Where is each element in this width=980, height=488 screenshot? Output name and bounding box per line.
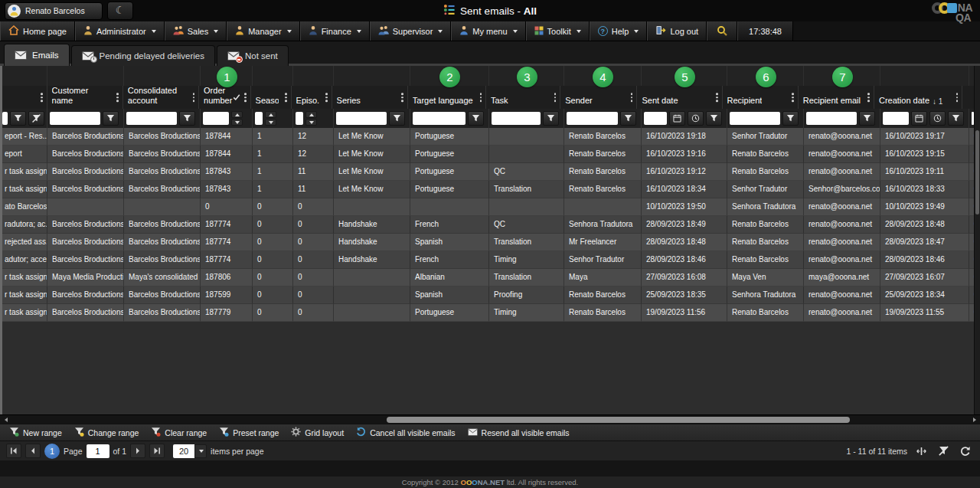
column-header-account[interactable]: Consolidated account [123, 86, 199, 109]
spinner-down-icon[interactable] [231, 119, 243, 126]
page-number-input[interactable] [87, 444, 109, 458]
fit-columns-button[interactable] [913, 444, 929, 459]
spinner-up-icon[interactable] [265, 111, 276, 118]
vertical-scrollbar-thumb[interactable] [975, 130, 979, 215]
column-menu-icon[interactable] [39, 91, 44, 103]
filter-input-series[interactable] [336, 112, 387, 125]
column-menu-icon[interactable] [790, 91, 795, 103]
table-row[interactable]: adutor; acce...Barcelos BroductionsBarce… [0, 251, 980, 269]
change-range-button[interactable]: Change range [74, 427, 139, 438]
next-page-button[interactable] [130, 444, 145, 458]
scroll-right-arrow-icon[interactable] [971, 417, 978, 423]
scroll-left-arrow-icon[interactable] [2, 417, 9, 423]
previous-page-button[interactable] [25, 444, 41, 458]
filter-input-recipient[interactable] [730, 112, 780, 125]
grid-layout-button[interactable]: Grid layout [291, 427, 344, 438]
menu-item-log-out[interactable]: Log out [647, 21, 707, 41]
filter-input-task[interactable] [492, 112, 541, 125]
column-header-customer[interactable]: Customer name [47, 86, 123, 109]
column-menu-icon[interactable] [479, 91, 484, 103]
menu-item-administrator[interactable]: Administrator [75, 21, 165, 41]
table-row[interactable]: eportBarcelos BroductionsBarcelos Broduc… [0, 146, 980, 163]
clear-all-filters-button[interactable] [935, 444, 952, 459]
clear-filter-button-subject[interactable] [28, 111, 44, 126]
table-row[interactable]: r task assign...Barcelos BroductionsBarc… [0, 304, 980, 322]
tab-emails[interactable]: Emails [4, 44, 70, 66]
filter-button-customer[interactable] [103, 111, 119, 126]
column-menu-icon[interactable] [714, 91, 720, 103]
menu-item-my-menu[interactable]: My menu [451, 21, 525, 41]
menu-item-sales[interactable]: Sales [165, 21, 227, 41]
cancel-all-visible-emails-button[interactable]: Cancel all visible emails [356, 427, 455, 438]
table-row[interactable]: r task assign...Maya Media ProductionsMa… [0, 269, 980, 287]
tab-not-sent[interactable]: Not sent [217, 45, 289, 66]
column-header-subject[interactable] [0, 86, 47, 109]
column-header-recipient_email[interactable]: Recipient email [799, 86, 874, 109]
clear-range-button[interactable]: Clear range [151, 427, 207, 438]
search-button[interactable] [707, 21, 737, 41]
filter-input-episode[interactable] [296, 112, 303, 125]
spinner-up-icon[interactable] [231, 111, 243, 118]
column-menu-icon[interactable] [283, 91, 289, 103]
menu-item-finance[interactable]: Finance [300, 21, 370, 41]
horizontal-scrollbar-thumb[interactable] [387, 417, 850, 423]
filter-button-account[interactable] [179, 111, 195, 126]
resend-all-visible-emails-button[interactable]: Resend all visible emails [468, 428, 570, 437]
filter-input-creation_date[interactable] [883, 112, 909, 125]
calendar-button-creation_date[interactable] [911, 111, 927, 126]
menu-item-manager[interactable]: Manager [227, 21, 299, 41]
filter-button-recipient_email[interactable] [859, 111, 875, 126]
spinner-down-icon[interactable] [305, 119, 317, 126]
column-menu-icon[interactable] [629, 91, 635, 103]
vertical-scrollbar[interactable] [974, 66, 980, 414]
column-menu-icon[interactable] [955, 91, 960, 103]
clock-button-sent_date[interactable] [688, 111, 704, 126]
filter-input-recipient_email[interactable] [806, 112, 857, 125]
calendar-button-sent_date[interactable] [669, 111, 685, 126]
table-row[interactable]: r task assign...Barcelos BroductionsBarc… [0, 181, 980, 198]
table-row[interactable]: r task assign...Barcelos BroductionsBarc… [0, 163, 980, 181]
table-row[interactable]: r task assign...Barcelos BroductionsBarc… [0, 287, 980, 304]
filter-button-subject[interactable] [10, 111, 26, 126]
dark-mode-toggle[interactable]: ☾ [107, 2, 133, 20]
current-page-button[interactable]: 1 [44, 444, 60, 459]
filter-button-task[interactable] [543, 111, 559, 126]
page-size-dropdown-icon[interactable] [194, 444, 207, 458]
column-menu-icon[interactable] [400, 91, 405, 103]
column-header-sender[interactable]: Sender [560, 86, 637, 109]
user-chip[interactable]: Renato Barcelos [5, 2, 103, 20]
filter-input-subject[interactable] [2, 112, 8, 125]
column-header-episode[interactable]: Episo... [292, 86, 332, 109]
new-range-button[interactable]: New range [9, 427, 62, 438]
table-row[interactable]: radutora; ac...Barcelos BroductionsBarce… [0, 216, 980, 234]
spinner-up-icon[interactable] [305, 111, 317, 118]
table-row[interactable]: eport - Res...Barcelos BroductionsBarcel… [0, 128, 980, 146]
filter-input-order[interactable] [203, 112, 229, 125]
filter-button-recipient[interactable] [782, 111, 799, 126]
filter-input-season[interactable] [255, 112, 263, 125]
table-row[interactable]: rejected ass...Barcelos BroductionsBarce… [0, 234, 980, 251]
filter-input-account[interactable] [126, 112, 177, 125]
filter-button-target_language[interactable] [468, 111, 484, 126]
column-header-season[interactable]: Season [251, 86, 292, 109]
spinner-down-icon[interactable] [265, 119, 276, 126]
column-menu-icon[interactable] [243, 91, 248, 103]
horizontal-scrollbar[interactable] [0, 414, 980, 424]
column-menu-icon[interactable] [115, 91, 120, 103]
filter-input-target_language[interactable] [413, 112, 466, 125]
menu-item-toolkit[interactable]: Toolkit [526, 21, 590, 41]
column-menu-icon[interactable] [553, 91, 558, 103]
filter-button-sender[interactable] [620, 111, 636, 126]
column-header-target_language[interactable]: Target language [408, 86, 486, 109]
column-menu-icon[interactable] [324, 91, 329, 103]
column-header-sent_date[interactable]: Sent date [637, 86, 722, 109]
filter-input-sent_date[interactable] [644, 112, 667, 125]
last-page-button[interactable] [149, 444, 165, 458]
preset-range-button[interactable]: Preset range [219, 427, 279, 438]
filter-button-series[interactable] [389, 111, 405, 126]
menu-item-home-page[interactable]: Home page [0, 21, 75, 41]
filter-input-customer[interactable] [50, 112, 100, 125]
column-menu-icon[interactable] [191, 91, 197, 103]
filter-button-sent_date[interactable] [706, 111, 722, 126]
column-menu-icon[interactable] [866, 91, 871, 103]
